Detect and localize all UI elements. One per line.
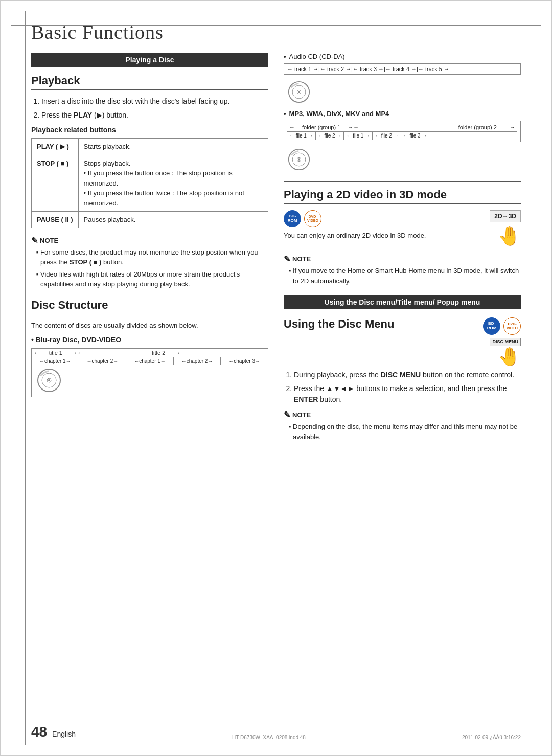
bd-rom-badge-2: BD-ROM: [483, 317, 500, 335]
step-1: Insert a disc into the disc slot with th…: [41, 96, 268, 107]
button-desc: Stops playback. • If you press the butto…: [78, 155, 268, 212]
mp3-icon-area: [284, 146, 521, 177]
note-list-disc: Depending on the disc, the menu items ma…: [284, 422, 521, 442]
diagram-titles: ←── title 1 ──→←── title 2 ──→: [32, 349, 268, 357]
note-box-disc: ✎ NOTE Depending on the disc, the menu i…: [284, 410, 521, 442]
folder-diagram: ←— folder (group) 1 —→←—— folder (group)…: [284, 121, 521, 142]
footer-date: 2011-02-09 ¿ÀÀü 3:16:22: [462, 735, 521, 740]
2d3d-header-area: BD-ROM DVD-VIDEO You can enjoy an ordina…: [284, 210, 521, 249]
table-row: STOP ( ■ ) Stops playback. • If you pres…: [32, 155, 268, 212]
svg-point-3: [48, 379, 50, 381]
disc-structure-title: Disc Structure: [31, 299, 268, 314]
playing-disc-band: Playing a Disc: [31, 53, 268, 67]
right-column: • Audio CD (CD-DA) ← track 1 →|← track 2…: [284, 53, 521, 447]
hand-area: 🤚: [490, 225, 521, 249]
hand-icon: 🤚: [498, 225, 521, 247]
svg-point-7: [298, 91, 300, 93]
section-divider: [284, 181, 521, 182]
note-list-1: For some discs, the product may not memo…: [31, 247, 268, 289]
cd-svg: [288, 81, 310, 103]
2d3d-body-area: BD-ROM DVD-VIDEO You can enjoy an ordina…: [284, 210, 426, 245]
dvd-video-badge-2: DVD-VIDEO: [503, 317, 521, 335]
title-2-cell: title 2 ──→: [150, 349, 268, 357]
disc-menu-label: DISC MENU: [490, 338, 521, 346]
step-2: Press the PLAY (▶) button.: [41, 110, 268, 121]
note-item: For some discs, the product may not memo…: [40, 247, 268, 267]
playback-steps: Insert a disc into the disc slot with th…: [31, 96, 268, 121]
disc-menu-band: Using the Disc menu/Title menu/ Popup me…: [284, 295, 521, 309]
hand-icon-disc: 🤚: [498, 346, 521, 368]
playback-buttons-title: Playback related buttons: [31, 126, 268, 134]
track-diagram: ← track 1 →|← track 2 →|← track 3 →|← tr…: [284, 63, 521, 75]
playback-table: PLAY ( ▶ ) Starts playback. STOP ( ■ ) S…: [31, 138, 268, 228]
file-cell: ← file 3 →: [401, 132, 429, 140]
mode-box: 2D→3D: [490, 210, 521, 222]
using-disc-section: Using the Disc Menu BD-ROM DVD-VIDEO: [284, 317, 521, 442]
page-footer: 48 English HT-D6730W_XAA_0208.indd 48 20…: [1, 724, 551, 740]
mp3-svg: [288, 148, 310, 171]
file-cell: ← file 2 →: [373, 132, 401, 140]
disc-svg: [37, 368, 61, 393]
file-cell: ← file 1 →: [344, 132, 373, 140]
mp3-header: • MP3, WMA, DivX, MKV and MP4: [284, 110, 521, 118]
step-1: During playback, press the DISC MENU but…: [294, 370, 521, 380]
button-desc: Pauses playback.: [78, 212, 268, 228]
note-item: Video files with high bit rates of 20Mbp…: [40, 269, 268, 289]
using-disc-header: Using the Disc Menu BD-ROM DVD-VIDEO: [284, 317, 521, 370]
diagram-bottom: ←chapter 1→ ←chapter 2→ ←chapter 1→ ←cha…: [32, 357, 268, 365]
badge-row-2d3d: BD-ROM DVD-VIDEO: [284, 210, 426, 227]
2d3d-right: 2D→3D 🤚: [490, 210, 521, 249]
disc-icon-area: [32, 365, 268, 397]
page-language: English: [52, 730, 76, 738]
badge-row-disc: BD-ROM DVD-VIDEO: [483, 317, 521, 335]
note-box-2d3d: ✎ NOTE If you move to the Home or Smart …: [284, 254, 521, 286]
left-column: Playing a Disc Playback Insert a disc in…: [31, 53, 268, 447]
page-title: Basic Functions: [31, 21, 521, 43]
table-row: PAUSE ( II ) Pauses playback.: [32, 212, 268, 228]
folder-bottom: ← file 1 → ← file 2 → ← file 1 → ← file …: [287, 132, 517, 140]
page: Basic Functions Playing a Disc Playback …: [0, 0, 552, 756]
top-border: [11, 25, 541, 26]
file-cell: ← file 2 →: [316, 132, 344, 140]
using-disc-title: Using the Disc Menu: [284, 317, 394, 333]
disc-menu-label-area: DISC MENU: [483, 337, 521, 346]
cd-icon-area: [284, 79, 521, 110]
bd-rom-badge: BD-ROM: [284, 210, 301, 227]
button-label: STOP ( ■ ): [32, 155, 79, 212]
title-1-cell: ←── title 1 ──→←──: [32, 349, 150, 357]
note-item: If you move to the Home or Smart Hub Hom…: [293, 266, 521, 286]
left-border: [25, 11, 26, 745]
main-content: Playing a Disc Playback Insert a disc in…: [31, 53, 521, 447]
file-cell: ← file 1 →: [287, 132, 316, 140]
note-title-2d3d: ✎ NOTE: [284, 254, 521, 264]
chapter-cell: ←chapter 2→: [174, 357, 221, 365]
chapter-cell: ←chapter 1→: [126, 357, 174, 365]
step-2: Press the ▲▼◄► buttons to make a selecti…: [294, 383, 521, 405]
page-number-area: 48 English: [31, 724, 76, 740]
2d3d-body: You can enjoy an ordinary 2D video in 3D…: [284, 231, 426, 241]
disc-menu-steps: During playback, press the DISC MENU but…: [284, 370, 521, 405]
button-label: PAUSE ( II ): [32, 212, 79, 228]
note-icon-1: ✎: [31, 236, 38, 245]
using-disc-title-area: Using the Disc Menu: [284, 317, 394, 339]
audio-cd-header: • Audio CD (CD-DA): [284, 53, 521, 60]
track-row: ← track 1 →|← track 2 →|← track 3 →|← tr…: [287, 66, 517, 72]
playback-section-title: Playback: [31, 74, 268, 90]
button-label: PLAY ( ▶ ): [32, 139, 79, 155]
note-title-1: ✎ NOTE: [31, 236, 268, 245]
dvd-video-badge: DVD-VIDEO: [304, 210, 321, 227]
note-item: Depending on the disc, the menu items ma…: [293, 422, 521, 442]
using-disc-badges: BD-ROM DVD-VIDEO DISC MENU 🤚: [483, 317, 521, 370]
chapters-row: ←chapter 1→ ←chapter 2→ ←chapter 1→ ←cha…: [32, 357, 268, 365]
svg-point-11: [298, 158, 300, 161]
chapter-cell: ←chapter 1→: [32, 357, 79, 365]
footer-filename: HT-D6730W_XAA_0208.indd 48: [232, 735, 306, 740]
chapters-cells: ←chapter 1→ ←chapter 2→ ←chapter 1→ ←cha…: [32, 357, 268, 365]
table-row: PLAY ( ▶ ) Starts playback.: [32, 139, 268, 155]
chapter-cell: ←chapter 3→: [221, 357, 268, 365]
note-box-1: ✎ NOTE For some discs, the product may n…: [31, 236, 268, 289]
note-list-2d3d: If you move to the Home or Smart Hub Hom…: [284, 266, 521, 286]
chapter-cell: ←chapter 2→: [79, 357, 127, 365]
button-desc: Starts playback.: [78, 139, 268, 155]
blu-ray-label: • Blu-ray Disc, DVD-VIDEO: [31, 336, 268, 344]
